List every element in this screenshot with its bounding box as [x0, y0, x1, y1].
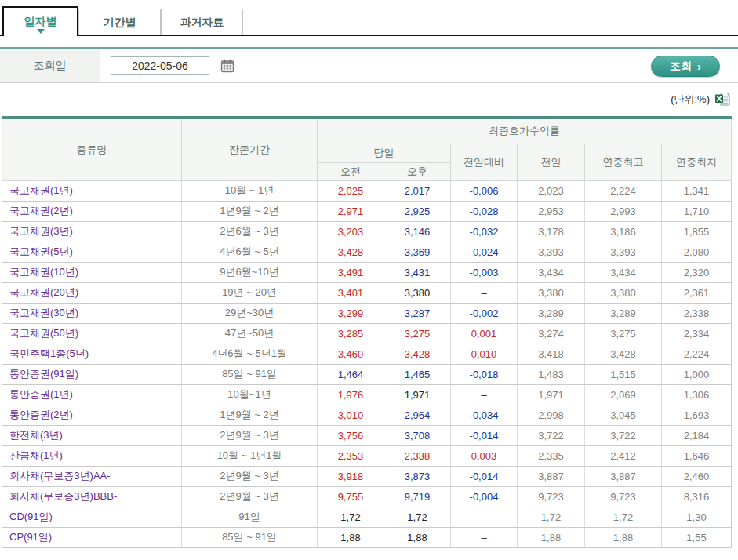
yield-pm: 3,380 — [384, 282, 451, 303]
bond-name-link[interactable]: 산금채(1년) — [2, 445, 182, 466]
bond-name-link[interactable]: 국고채권(3년) — [2, 221, 182, 242]
yield-year-low: 2,334 — [662, 323, 732, 344]
bond-name-link[interactable]: 국고채권(5년) — [2, 242, 182, 262]
change-vs-prev: -0,034 — [451, 405, 518, 425]
yield-pm: 3,708 — [384, 425, 451, 445]
bond-name-link[interactable]: 국고채권(30년) — [2, 303, 182, 323]
yield-year-low: 2,224 — [662, 344, 732, 364]
change-vs-prev: – — [451, 384, 518, 405]
change-vs-prev: 0,010 — [451, 344, 518, 364]
bond-name-link[interactable]: CP(91일) — [2, 527, 182, 547]
yield-prev-day: 3,722 — [518, 425, 585, 445]
yield-am: 1,976 — [318, 384, 384, 405]
yield-am: 1,72 — [318, 507, 384, 527]
bond-name-link[interactable]: 국민주택1종(5년) — [2, 344, 182, 364]
table-row: 통안증권(1년)10월~1년1,9761,971–1,9712,0691,306 — [2, 384, 732, 405]
yield-prev-day: 1,971 — [518, 384, 585, 405]
yield-year-high: 3,380 — [585, 282, 662, 303]
bond-name-link[interactable]: 국고채권(20년) — [2, 282, 182, 303]
yield-am: 3,491 — [318, 262, 384, 282]
unit-note: (단위:%) — [671, 93, 710, 107]
yield-prev-day: 1,72 — [518, 507, 585, 527]
bond-name-link[interactable]: 국고채권(2년) — [2, 201, 182, 221]
remaining-period: 2년9월 ~ 3년 — [182, 486, 318, 507]
bond-name-link[interactable]: 국고채권(10년) — [2, 262, 182, 282]
bond-yield-table: 종류명 잔존기간 최종호가수익률 당일 전일대비 전일 연중최고 연중최저 오전… — [2, 116, 732, 548]
yield-prev-day: 2,953 — [518, 201, 585, 221]
yield-am: 3,401 — [318, 282, 384, 303]
change-vs-prev: – — [451, 507, 518, 527]
header-bond-type: 종류명 — [2, 118, 182, 180]
yield-pm: 3,873 — [384, 466, 451, 486]
yield-prev-day: 1,483 — [518, 364, 585, 384]
tab-history[interactable]: 과거자료 — [161, 9, 243, 36]
bond-name-link[interactable]: 한전채(3년) — [2, 425, 182, 445]
yield-year-low: 2,184 — [662, 425, 732, 445]
query-date-input[interactable] — [111, 56, 209, 75]
yield-year-low: 1,306 — [662, 384, 732, 405]
change-vs-prev: -0,003 — [451, 262, 518, 282]
yield-prev-day: 3,274 — [518, 323, 585, 344]
remaining-period: 47년~50년 — [182, 323, 318, 344]
bond-name-link[interactable]: 통안증권(1년) — [2, 384, 182, 405]
table-row: 국고채권(3년)2년6월 ~ 3년3,2033,146-0,0323,1783,… — [2, 221, 732, 242]
yield-prev-day: 3,887 — [518, 466, 585, 486]
table-row: 통안증권(91일)85일 ~ 91일1,4641,465-0,0181,4831… — [2, 364, 732, 384]
yield-am: 2,353 — [318, 445, 384, 466]
change-vs-prev: -0,018 — [451, 364, 518, 384]
bond-name-link[interactable]: 국고채권(1년) — [2, 180, 182, 201]
yield-year-low: 1,710 — [662, 201, 732, 221]
calendar-icon[interactable] — [220, 58, 235, 74]
yield-am: 9,755 — [318, 486, 384, 507]
yield-prev-day: 3,393 — [518, 242, 585, 262]
yield-year-low: 8,316 — [662, 486, 732, 507]
yield-am: 1,464 — [318, 364, 384, 384]
excel-download-icon[interactable] — [714, 91, 731, 108]
yield-pm: 2,017 — [384, 180, 451, 201]
yield-am: 1,88 — [318, 527, 384, 547]
header-remaining-period: 잔존기간 — [182, 118, 318, 180]
yield-pm: 3,369 — [384, 242, 451, 262]
yield-year-high: 2,993 — [585, 201, 662, 221]
yield-year-high: 2,412 — [585, 445, 662, 466]
table-row: 회사채(무보증3년)AA-2년9월 ~ 3년3,9183,873-0,0143,… — [2, 466, 732, 486]
yield-year-low: 1,646 — [662, 445, 732, 466]
yield-year-low: 2,320 — [662, 262, 732, 282]
table-row: 국고채권(1년)10월 ~ 1년2,0252,017-0,0062,0232,2… — [2, 180, 732, 201]
remaining-period: 4년6월 ~ 5년1월 — [182, 344, 318, 364]
bond-name-link[interactable]: 통안증권(2년) — [2, 405, 182, 425]
yield-am: 2,025 — [318, 180, 384, 201]
yield-year-high: 3,722 — [585, 425, 662, 445]
excel-icon-glyph — [714, 91, 731, 107]
active-tab-arrow-icon — [37, 29, 45, 34]
yield-pm: 9,719 — [384, 486, 451, 507]
yield-pm: 2,964 — [384, 405, 451, 425]
yield-am: 3,203 — [318, 221, 384, 242]
search-button-label: 조회 — [670, 60, 692, 74]
yield-year-high: 3,428 — [585, 344, 662, 364]
tab-bottom-line — [0, 35, 738, 36]
remaining-period: 85일 ~ 91일 — [182, 527, 318, 547]
remaining-period: 10월 ~ 1년1월 — [182, 445, 318, 466]
yield-year-low: 1,30 — [662, 507, 732, 527]
tab-daily[interactable]: 일자별 — [2, 6, 78, 36]
change-vs-prev: -0,006 — [451, 180, 518, 201]
yield-year-high: 3,393 — [585, 242, 662, 262]
change-vs-prev: – — [451, 282, 518, 303]
bond-name-link[interactable]: 국고채권(50년) — [2, 323, 182, 344]
bond-name-link[interactable]: 통안증권(91일) — [2, 364, 182, 384]
bond-name-link[interactable]: 회사채(무보증3년)BBB- — [2, 486, 182, 507]
yield-year-low: 1,341 — [662, 180, 732, 201]
table-row: 한전채(3년)2년9월 ~ 3년3,7563,708-0,0143,7223,7… — [2, 425, 732, 445]
header-change-vs-prev: 전일대비 — [451, 144, 518, 180]
remaining-period: 19년 ~ 20년 — [182, 282, 318, 303]
query-date-label: 조회일 — [0, 49, 100, 82]
bond-name-link[interactable]: 회사채(무보증3년)AA- — [2, 466, 182, 486]
tab-period[interactable]: 기간별 — [78, 9, 161, 36]
change-vs-prev: 0,003 — [451, 445, 518, 466]
header-year-low: 연중최저 — [662, 144, 732, 180]
bond-name-link[interactable]: CD(91일) — [2, 507, 182, 527]
search-button[interactable]: 조회 › — [651, 56, 720, 77]
table-row: 국고채권(5년)4년6월 ~ 5년3,4283,369-0,0243,3933,… — [2, 242, 732, 262]
yield-am: 3,299 — [318, 303, 384, 323]
